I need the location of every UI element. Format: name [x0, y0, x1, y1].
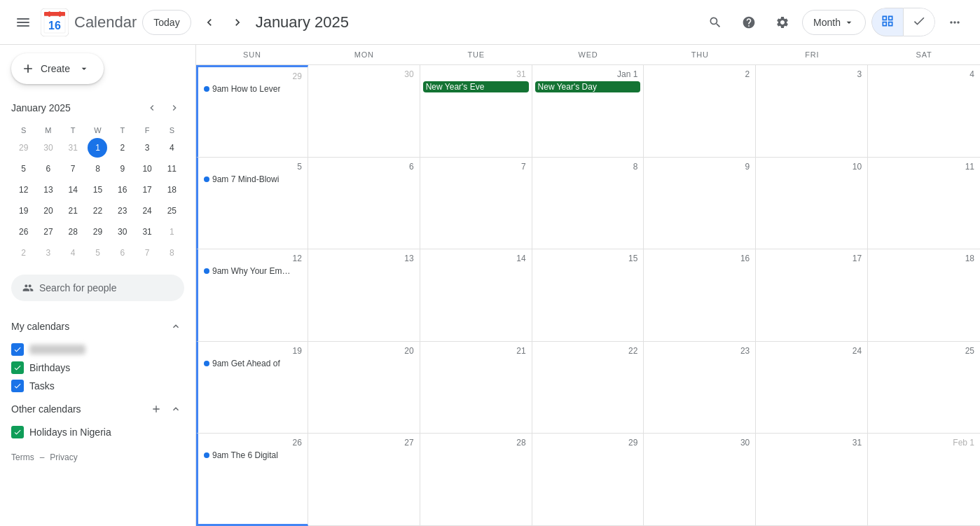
mini-day[interactable]: 2	[113, 138, 132, 158]
cal-cell-jan19[interactable]: 19 9am Get Ahead of	[196, 342, 308, 434]
mini-day[interactable]: 13	[39, 180, 58, 200]
mini-day[interactable]: 19	[14, 201, 34, 221]
my-calendars-header[interactable]: My calendars	[11, 312, 184, 340]
mini-day[interactable]: 29	[88, 222, 107, 242]
mini-day[interactable]: 3	[137, 138, 157, 158]
mini-day[interactable]: 2	[14, 243, 34, 263]
cal-cell-jan26[interactable]: 26 9am The 6 Digital	[196, 434, 308, 526]
mini-day[interactable]: 3	[39, 243, 58, 263]
calendar-item-personal[interactable]	[11, 340, 184, 359]
cal-cell-jan31[interactable]: 31	[756, 434, 868, 526]
check-view-button[interactable]	[903, 8, 935, 36]
other-calendars-header[interactable]: Other calendars	[11, 395, 184, 423]
menu-button[interactable]	[11, 11, 35, 34]
cal-cell-jan17[interactable]: 17	[756, 249, 868, 342]
cal-cell-jan12[interactable]: 12 9am Why Your Em…	[196, 249, 308, 342]
mini-day[interactable]: 12	[14, 180, 34, 200]
cal-cell-jan23[interactable]: 23	[644, 342, 756, 434]
mini-day[interactable]: 22	[88, 201, 107, 221]
cal-cell-jan9[interactable]: 9	[644, 158, 756, 250]
mini-day[interactable]: 29	[14, 138, 34, 158]
prev-button[interactable]	[197, 10, 222, 35]
mini-day[interactable]: 26	[14, 222, 34, 242]
mini-day[interactable]: 10	[137, 159, 157, 179]
mini-day[interactable]: 4	[63, 243, 83, 263]
mini-day[interactable]: 14	[63, 180, 83, 200]
mini-day[interactable]: 31	[137, 222, 157, 242]
mini-day[interactable]: 25	[162, 201, 181, 221]
mini-day[interactable]: 27	[39, 222, 58, 242]
mini-day[interactable]: 8	[162, 243, 181, 263]
cal-event-nye[interactable]: New Year's Eve	[423, 81, 529, 92]
cal-cell-jan22[interactable]: 22	[532, 342, 644, 434]
search-button[interactable]	[701, 8, 729, 36]
mini-day[interactable]: 6	[39, 159, 58, 179]
cal-cell-jan15[interactable]: 15	[532, 249, 644, 342]
grid-view-button[interactable]	[871, 8, 903, 36]
cal-cell-jan6[interactable]: 6	[308, 158, 420, 250]
cal-cell-jan13[interactable]: 13	[308, 249, 420, 342]
calendar-item-holidays[interactable]: Holidays in Nigeria	[11, 423, 184, 441]
cal-cell-jan20[interactable]: 20	[308, 342, 420, 434]
mini-prev-button[interactable]	[142, 98, 162, 118]
calendar-item-tasks[interactable]: Tasks	[11, 377, 184, 395]
cal-cell-jan16[interactable]: 16	[644, 249, 756, 342]
mini-day[interactable]: 6	[113, 243, 132, 263]
mini-day[interactable]: 20	[39, 201, 58, 221]
create-button[interactable]: Create	[11, 53, 104, 84]
mini-day-today[interactable]: 1	[88, 138, 107, 158]
mini-day[interactable]: 11	[162, 159, 181, 179]
my-calendars-collapse[interactable]	[167, 318, 184, 335]
mini-day[interactable]: 16	[113, 180, 132, 200]
cal-cell-jan18[interactable]: 18	[868, 249, 980, 342]
cal-event-nyd[interactable]: New Year's Day	[535, 81, 641, 92]
mini-day[interactable]: 30	[39, 138, 58, 158]
mini-day[interactable]: 8	[88, 159, 107, 179]
mini-day[interactable]: 17	[137, 180, 157, 200]
terms-link[interactable]: Terms	[11, 452, 34, 462]
calendar-checkbox-personal[interactable]	[11, 343, 24, 356]
cal-event[interactable]: 9am The 6 Digital	[201, 450, 305, 461]
cal-cell-jan7[interactable]: 7	[420, 158, 532, 250]
cal-cell-jan2[interactable]: 2	[644, 65, 756, 158]
cal-cell-jan8[interactable]: 8	[532, 158, 644, 250]
add-other-calendar[interactable]	[148, 401, 165, 417]
cal-cell-jan28[interactable]: 28	[420, 434, 532, 526]
cal-cell-dec30[interactable]: 30	[308, 65, 420, 158]
calendar-checkbox-holidays[interactable]	[11, 426, 24, 438]
calendar-checkbox-birthdays[interactable]	[11, 361, 24, 374]
settings-button[interactable]	[768, 8, 796, 36]
cal-cell-jan27[interactable]: 27	[308, 434, 420, 526]
mini-day[interactable]: 21	[63, 201, 83, 221]
mini-day[interactable]: 1	[162, 222, 181, 242]
mini-next-button[interactable]	[165, 98, 184, 118]
other-calendars-collapse[interactable]	[167, 401, 184, 417]
cal-cell-jan30[interactable]: 30	[644, 434, 756, 526]
mini-day[interactable]: 15	[88, 180, 107, 200]
mini-day[interactable]: 28	[63, 222, 83, 242]
search-people-input[interactable]	[39, 282, 173, 293]
cal-cell-jan24[interactable]: 24	[756, 342, 868, 434]
cal-cell-dec31[interactable]: 31 New Year's Eve	[420, 65, 532, 158]
mini-day[interactable]: 18	[162, 180, 181, 200]
next-button[interactable]	[225, 10, 250, 35]
mini-day[interactable]: 30	[113, 222, 132, 242]
mini-day[interactable]: 4	[162, 138, 181, 158]
search-people[interactable]	[11, 275, 184, 301]
mini-day[interactable]: 7	[63, 159, 83, 179]
mini-day[interactable]: 5	[14, 159, 34, 179]
cal-cell-jan3[interactable]: 3	[756, 65, 868, 158]
cal-cell-jan25[interactable]: 25	[868, 342, 980, 434]
calendar-checkbox-tasks[interactable]	[11, 380, 24, 392]
cal-event[interactable]: 9am 7 Mind-Blowi	[201, 174, 305, 185]
mini-day[interactable]: 9	[113, 159, 132, 179]
calendar-item-birthdays[interactable]: Birthdays	[11, 359, 184, 377]
cal-cell-jan14[interactable]: 14	[420, 249, 532, 342]
cal-cell-jan4[interactable]: 4	[868, 65, 980, 158]
today-button[interactable]: Today	[142, 10, 191, 35]
mini-day[interactable]: 7	[137, 243, 157, 263]
privacy-link[interactable]: Privacy	[50, 452, 77, 462]
apps-button[interactable]	[941, 8, 969, 36]
mini-day[interactable]: 5	[88, 243, 107, 263]
view-dropdown[interactable]: Month	[802, 10, 866, 35]
